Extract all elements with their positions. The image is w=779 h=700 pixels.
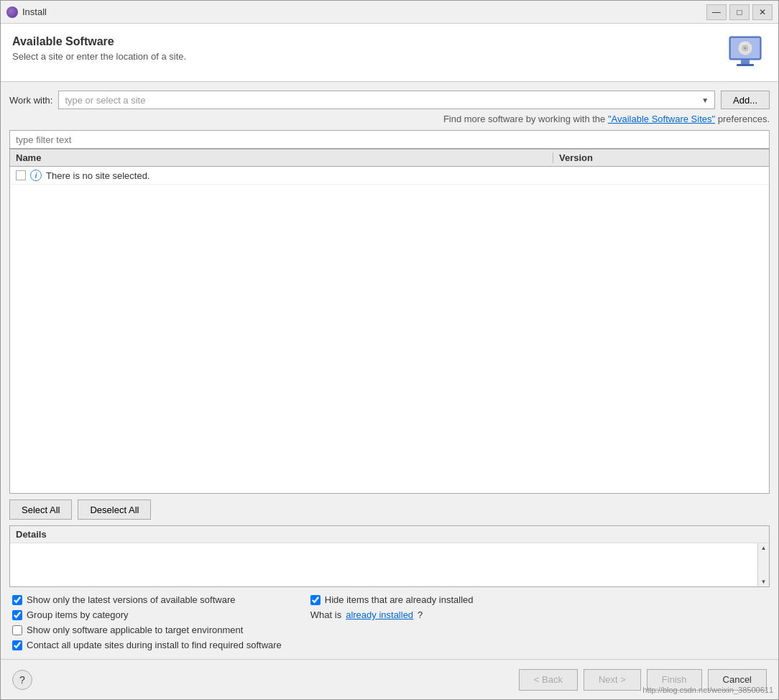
already-installed-prefix: What is <box>310 609 341 620</box>
option-checkbox-2[interactable] <box>12 610 22 620</box>
scroll-up-icon[interactable]: ▲ <box>761 545 767 551</box>
window-title: Install <box>22 6 706 17</box>
scroll-down-icon[interactable]: ▼ <box>761 579 767 585</box>
option-label-3: Show only software applicable to target … <box>27 625 243 635</box>
options-section: Show only the latest versions of availab… <box>9 594 770 650</box>
available-software-sites-link[interactable]: "Available Software Sites" <box>608 114 715 124</box>
back-button[interactable]: < Back <box>519 669 578 691</box>
already-installed-suffix: ? <box>418 609 423 620</box>
option-checkbox-5[interactable] <box>310 595 321 605</box>
watermark: http://blog.csdn.net/weixin_38500611 <box>642 686 773 694</box>
column-name: Name <box>10 152 553 163</box>
option-item-2[interactable]: Group items by category <box>12 609 282 620</box>
info-icon: i <box>30 170 42 181</box>
select-buttons-row: Select All Deselect All <box>9 499 770 520</box>
column-version: Version <box>553 152 769 163</box>
header-icon <box>724 35 767 73</box>
details-scrollbar[interactable]: ▲ ▼ <box>757 543 769 586</box>
add-button[interactable]: Add... <box>721 91 770 109</box>
maximize-button[interactable]: □ <box>729 4 750 20</box>
option-label-1: Show only the latest versions of availab… <box>27 594 236 605</box>
row-checkbox[interactable] <box>16 170 26 180</box>
next-button[interactable]: Next > <box>584 669 641 691</box>
option-checkbox-4[interactable] <box>12 640 22 650</box>
work-with-label: Work with: <box>9 95 52 106</box>
option-item-4[interactable]: Contact all update sites during install … <box>12 640 282 650</box>
option-label-4: Contact all update sites during install … <box>27 640 282 650</box>
option-label-2: Group items by category <box>27 609 129 620</box>
svg-rect-3 <box>737 64 754 66</box>
option-item-5[interactable]: Hide items that are already installed <box>310 594 474 605</box>
titlebar: Install — □ ✕ <box>1 1 778 24</box>
content-area: Work with: type or select a site ▼ Add..… <box>1 82 778 659</box>
minimize-button[interactable]: — <box>706 4 727 20</box>
find-more-row: Find more software by working with the "… <box>9 114 770 124</box>
row-text: There is no site selected. <box>46 170 150 181</box>
option-item-1[interactable]: Show only the latest versions of availab… <box>12 594 282 605</box>
details-header: Details <box>10 526 769 543</box>
install-window: Install — □ ✕ Available Software Select … <box>0 0 779 700</box>
select-all-button[interactable]: Select All <box>9 499 72 520</box>
details-body: ▲ ▼ <box>10 543 769 586</box>
svg-rect-2 <box>741 60 750 64</box>
table-body: i There is no site selected. <box>10 167 769 493</box>
find-more-suffix: preferences. <box>718 114 770 124</box>
already-installed-link[interactable]: already installed <box>346 609 413 620</box>
already-installed-row: What is already installed ? <box>310 609 474 620</box>
details-section: Details ▲ ▼ <box>9 525 770 587</box>
window-icon <box>6 6 18 18</box>
combo-placeholder: type or select a site <box>65 95 145 106</box>
header-section: Available Software Select a site or ente… <box>1 24 778 82</box>
work-with-combo[interactable]: type or select a site ▼ <box>58 91 715 109</box>
software-table: Name Version i There is no site selected… <box>9 149 770 494</box>
svg-point-6 <box>745 47 747 50</box>
options-left-col: Show only the latest versions of availab… <box>12 594 282 650</box>
options-right-col: Hide items that are already installed Wh… <box>310 594 474 650</box>
table-header: Name Version <box>10 149 769 167</box>
option-item-3[interactable]: Show only software applicable to target … <box>12 625 282 635</box>
option-checkbox-1[interactable] <box>12 595 22 605</box>
header-text: Available Software Select a site or ente… <box>12 35 186 62</box>
combo-arrow-icon: ▼ <box>701 96 709 104</box>
close-button[interactable]: ✕ <box>752 4 773 20</box>
work-with-row: Work with: type or select a site ▼ Add..… <box>9 91 770 109</box>
option-checkbox-3[interactable] <box>12 625 22 635</box>
options-row: Show only the latest versions of availab… <box>12 594 767 650</box>
find-more-prefix: Find more software by working with the <box>443 114 608 124</box>
filter-input[interactable] <box>9 130 770 149</box>
titlebar-controls: — □ ✕ <box>706 4 773 20</box>
help-button[interactable]: ? <box>12 670 32 690</box>
deselect-all-button[interactable]: Deselect All <box>78 499 151 520</box>
table-row: i There is no site selected. <box>10 167 769 185</box>
page-title: Available Software <box>12 35 186 48</box>
page-subtitle: Select a site or enter the location of a… <box>12 51 186 62</box>
option-label-5: Hide items that are already installed <box>325 594 474 605</box>
footer-left: ? <box>12 670 32 690</box>
